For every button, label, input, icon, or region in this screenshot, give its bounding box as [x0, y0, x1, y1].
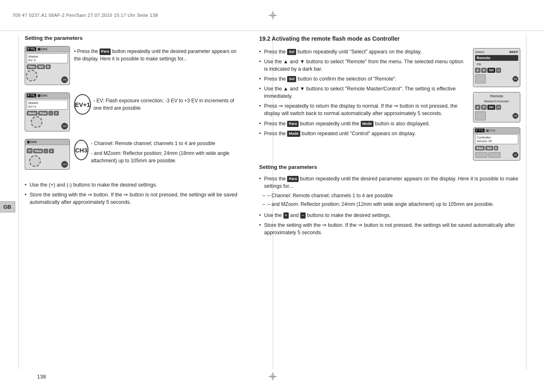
device2-pttl: P TTL [27, 94, 36, 97]
sel-key-1: Sel [287, 49, 296, 55]
device1-on-btn: ON [61, 76, 68, 83]
ctrl-empty1 [475, 152, 487, 158]
header-text: 709 47 0237.A1 58AF-2 Pen/Sam 27.07.2010… [12, 13, 158, 18]
right-bullet-7: Press the Mode button repeated until "Co… [259, 130, 520, 137]
device2-mode-btn: Mode [27, 111, 37, 115]
device1-screen-line1: Master [28, 55, 66, 58]
device3-minus-btn: - [44, 149, 48, 153]
para-key-1: Para [100, 48, 111, 55]
right-bottom-bullets: Use the + and – buttons to make the desi… [259, 212, 520, 236]
device1-row: P TTL ▦CH1 Master EV 0 Para Sel $ ON [25, 46, 243, 85]
bottom-crosshair [269, 372, 277, 380]
right-bullet-4: Use the ▲ and ▼ buttons to select "Remot… [259, 85, 520, 100]
device1-dollar-btn: $ [46, 65, 51, 69]
device1-screen: Master EV 0 [27, 53, 68, 63]
ctrl-empty2 [488, 152, 501, 158]
right-bottom-bullet-1: Use the + and – buttons to make the desi… [259, 212, 520, 219]
para-key-3: Para [287, 176, 299, 182]
device3-callout-area: CH3 - Channel: Remote channel; channels … [74, 139, 243, 164]
flash-device-3: ▦CH3 ⇒ Para - + ON [25, 139, 70, 170]
device3-para-btn: Para [33, 149, 43, 153]
device2-ch: ▦CH1 [37, 94, 47, 97]
controller-btn-row2: ON [473, 151, 520, 159]
right-sp-bullet-1: Press the Para button repeatedly until t… [259, 175, 520, 190]
page-content: Setting the parameters P TTL ▦CH1 Master… [25, 35, 520, 367]
controller-line2: AZoom 35 [477, 139, 517, 143]
device1-screen-line2: EV 0 [28, 58, 66, 62]
right-title-text: 19.2 Activating the remote flash mode as… [259, 35, 400, 42]
device2-para-btn: Para [38, 111, 48, 115]
device2-finger-press [31, 116, 42, 128]
minus-key: – [300, 212, 306, 219]
right-setting-params: Setting the parameters Press the Para bu… [259, 164, 520, 236]
right-bullet-5: Press ⇒ repeatedly to return the display… [259, 102, 520, 117]
right-content-area: Select BEEP Remote FB ▲ ▼ Set ⇒ ON [259, 48, 520, 239]
ctrl-sel-btn: Sel [485, 146, 493, 150]
device3-row: ▦CH3 ⇒ Para - + ON CH3 - Channel: Remote… [25, 139, 243, 170]
right-bullet-6: Press the Para button repeatedly until t… [259, 120, 520, 127]
mode-key-1: Mode [361, 121, 374, 127]
device3-on-btn: ON [61, 161, 68, 168]
controller-btn-row: Para Sel $ [473, 145, 520, 151]
device2-top-bar: P TTL ▦CH1 [25, 93, 70, 99]
para-key-2: Para [287, 121, 299, 127]
ch-desc: - Channel: Remote channel; channels 1 to… [91, 140, 243, 147]
set-key-1: Set [287, 76, 296, 82]
left-column: Setting the parameters P TTL ▦CH1 Master… [25, 35, 243, 367]
device2-on-btn: ON [61, 123, 68, 129]
left-border [19, 35, 19, 369]
device2-row: P TTL ▦CH1 Master EV+1 Mode Para - + ON [25, 92, 243, 131]
page-number: 138 [37, 374, 46, 380]
right-setting-params-title: Setting the parameters [259, 164, 520, 170]
device2-screen-line2: EV+1 [28, 105, 66, 108]
ev-desc: - EV: Flash exposure correction; -3 EV t… [93, 97, 243, 112]
device1-desc: • Press the Para button repeatedly until… [74, 46, 243, 62]
sub-bullet-channel: – Channel: Remote channel; channels 1 to… [259, 192, 520, 199]
device1-btn-row: Para Sel $ [25, 65, 70, 69]
crosshair [269, 11, 277, 19]
ctrl-on-btn: ON [513, 152, 518, 158]
device2-screen-line1: Master [28, 101, 66, 105]
right-bullet-list: Press the Sel button repeatedly until "S… [259, 48, 520, 137]
ctrl-dollar-btn: $ [494, 146, 498, 150]
device2-plus-btn: + [54, 111, 59, 115]
device2-minus-btn: - [49, 111, 53, 115]
right-section-title: 19.2 Activating the remote flash mode as… [259, 35, 520, 43]
device3-arrow-btn: ⇒ [27, 148, 32, 153]
left-bullet-1: Use the (+) and (-) buttons to make the … [25, 181, 243, 189]
left-bullet-list: Use the (+) and (-) buttons to make the … [25, 181, 243, 206]
device1-pttl: P TTL [27, 47, 36, 51]
mode-key-2: Mode [287, 131, 300, 137]
device1-finger-press [26, 70, 37, 81]
device3-btn-row: ⇒ Para - + [25, 148, 70, 153]
flash-device-1: P TTL ▦CH1 Master EV 0 Para Sel $ ON [25, 46, 70, 85]
right-column: 19.2 Activating the remote flash mode as… [259, 35, 520, 367]
device1-sel-btn: Sel [37, 65, 45, 69]
right-bullet-2: Use the ▲ and ▼ buttons to select "Remot… [259, 58, 520, 73]
device1-desc-text: • Press the Para button repeatedly until… [74, 48, 243, 62]
left-bullet-2: Store the setting with the ⇒ button. If … [25, 191, 243, 206]
left-section-title: Setting the parameters [25, 35, 243, 41]
device2-desc-text: - EV: Flash exposure correction; -3 EV t… [93, 97, 243, 112]
device3-finger-press [29, 155, 41, 167]
crosshair-circle [271, 13, 275, 17]
device2-callout-area: EV+1 - EV: Flash exposure correction; -3… [74, 92, 243, 115]
ev-callout: EV+1 [74, 94, 91, 115]
ch3-callout: CH3 [74, 140, 88, 160]
flash-device-2: P TTL ▦CH1 Master EV+1 Mode Para - + ON [25, 92, 70, 131]
device3-descs: - Channel: Remote channel; channels 1 to… [91, 140, 243, 164]
sub-bullet-mzoom: – and MZoom: Reflector position; 24mm (1… [259, 201, 520, 208]
right-bottom-bullet-2: Store the setting with the ⇒ button. If … [259, 221, 520, 236]
crop-mark-area: 709 47 0237.A1 58AF-2 Pen/Sam 27.07.2010… [0, 0, 545, 31]
device2-screen: Master EV+1 [27, 100, 68, 110]
device1-ch: ▦CH1 [37, 47, 47, 51]
right-border [526, 35, 526, 369]
mzoom-desc: - and MZoom: Reflector position; 24mm (1… [91, 150, 243, 164]
device1-top-bar: P TTL ▦CH1 [25, 46, 70, 52]
device3-top-bar: ▦CH3 [25, 139, 70, 145]
device2-btn-row: Mode Para - + [25, 111, 70, 115]
plus-key: + [283, 212, 289, 219]
right-bullet-1: Press the Sel button repeatedly until "S… [259, 48, 520, 55]
ctrl-para-btn: Para [475, 146, 485, 150]
right-setting-params-list: Press the Para button repeatedly until t… [259, 175, 520, 190]
